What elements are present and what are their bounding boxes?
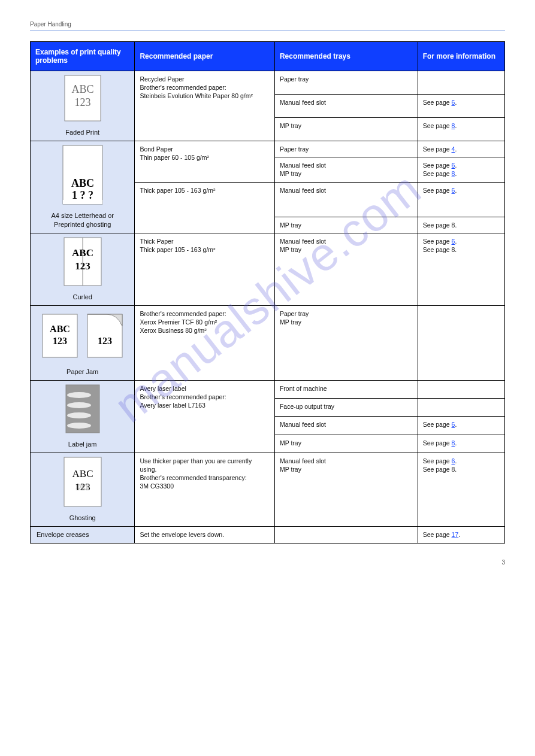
- svg-point-17: [67, 392, 91, 398]
- page-link[interactable]: 6: [452, 99, 455, 106]
- page-link[interactable]: 8: [452, 439, 455, 447]
- svg-text:ABC: ABC: [50, 324, 70, 334]
- svg-text:123: 123: [98, 336, 112, 346]
- table-row: ABC 123 Curled Thick Paper Thick paper 1…: [31, 233, 505, 305]
- page-number: 3: [501, 559, 505, 566]
- label-sheet-icon: [65, 384, 100, 435]
- page-link[interactable]: 8: [452, 170, 455, 177]
- rec-title: Bond Paper: [140, 145, 270, 153]
- page-link[interactable]: 6: [452, 421, 455, 428]
- more-info: See page 6.: [418, 95, 504, 118]
- table-header-row: Examples of print quality problems Recom…: [31, 42, 505, 71]
- rec-cell: Thick paper 105 - 163 g/m²: [135, 182, 275, 233]
- more-info: See page 17.: [418, 526, 504, 543]
- rec-item: Avery laser label L7163: [140, 401, 270, 409]
- rec-cell: Thick Paper Thick paper 105 - 163 g/m²: [135, 233, 275, 305]
- page-link[interactable]: 6: [452, 187, 455, 194]
- page-header: Paper Handling: [30, 21, 505, 30]
- tray-text: Manual feed slot MP tray: [274, 233, 418, 305]
- troubleshoot-table: Examples of print quality problems Recom…: [30, 41, 505, 544]
- problem-label: Paper Jam: [35, 368, 129, 377]
- table-row: Label jam Avery laser label Brother's re…: [31, 380, 505, 398]
- rec-title: Use thicker paper than you are currently…: [140, 457, 270, 473]
- problem-cell-ghost: ABC DEF 123 Ghosting: [31, 453, 135, 526]
- col-problem: Examples of print quality problems: [31, 42, 135, 71]
- rec-title: Thick Paper: [140, 237, 270, 245]
- page-link[interactable]: 17: [452, 531, 459, 538]
- rec-item: Thin paper 60 - 105 g/m²: [140, 153, 270, 162]
- rec-cell: Use thicker paper than you are currently…: [135, 453, 275, 526]
- rec-cell: Bond Paper Thin paper 60 - 105 g/m²: [135, 141, 275, 183]
- table-row: ABC DEF 123 Ghosting Use thicker paper t…: [31, 453, 505, 526]
- rec-item: Xerox Business 80 g/m²: [140, 326, 270, 335]
- tray-text: Front of machine: [274, 380, 418, 398]
- svg-text:1 ? ?: 1 ? ?: [72, 189, 93, 201]
- svg-rect-6: [63, 200, 102, 204]
- rec-cell: Set the envelope levers down.: [135, 526, 275, 543]
- more-info: See page 6.: [418, 182, 504, 217]
- rec-item: 3M CG3300: [140, 482, 270, 490]
- table-row: Envelope creases Set the envelope levers…: [31, 526, 505, 543]
- curled-page-icon: ABC 123: [64, 237, 102, 288]
- table-row: ABC 1 ? ? A4 size Letterhead or Preprint…: [31, 141, 505, 157]
- more-info: See page 6.See page 8.: [418, 157, 504, 182]
- svg-text:ABC: ABC: [72, 247, 93, 259]
- col-more-info: For more information: [418, 42, 504, 71]
- more-info: See page 8.: [418, 435, 504, 453]
- problem-cell-curled: ABC 123 Curled: [31, 233, 135, 305]
- page-link[interactable]: 6: [452, 162, 455, 169]
- more-info: [418, 380, 504, 398]
- more-info: See page 8.: [418, 217, 504, 233]
- rec-sub: Brother's recommended transparency:: [140, 473, 270, 482]
- svg-point-20: [67, 423, 91, 429]
- problem-cell-faded: ABC 123 Faded Print: [31, 71, 135, 141]
- tray-text: MP tray: [274, 118, 418, 141]
- col-recommended-trays: Recommended trays: [274, 42, 418, 71]
- header-rule: [30, 30, 505, 31]
- problem-label: Ghosting: [35, 514, 129, 523]
- more-info: [418, 71, 504, 95]
- rec-item: Steinbeis Evolution White Paper 80 g/m²: [140, 92, 270, 100]
- page-link[interactable]: 6: [452, 457, 455, 464]
- more-info: See page 6.See page 8.: [418, 233, 504, 305]
- header-left: Paper Handling: [30, 21, 71, 28]
- svg-point-18: [67, 402, 91, 408]
- tray-text: Manual feed slot: [274, 95, 418, 118]
- svg-text:123: 123: [53, 336, 67, 346]
- tray-text: Manual feed slot: [274, 182, 418, 217]
- tray-text: Manual feed slot MP tray: [274, 157, 418, 182]
- tray-text: Manual feed slot: [274, 417, 418, 435]
- rec-sub: Brother's recommended paper:: [140, 83, 270, 92]
- problem-label: Curled: [35, 293, 129, 302]
- ghosting-icon: ABC DEF 123: [64, 457, 102, 509]
- rec-sub: Brother's recommended paper:: [140, 393, 270, 401]
- faded-print-icon: ABC 123: [64, 75, 101, 123]
- problem-cell-label: Label jam: [31, 380, 135, 453]
- problem-label: Label jam: [35, 440, 129, 449]
- rec-title: Avery laser label: [140, 384, 270, 393]
- page-footer: 3: [30, 559, 505, 566]
- svg-text:123: 123: [75, 481, 90, 493]
- more-info: See page 8.: [418, 118, 504, 141]
- svg-text:ABC: ABC: [72, 468, 93, 479]
- rec-item: Xerox Premier TCF 80 g/m²: [140, 318, 270, 326]
- tray-text: Face-up output tray: [274, 399, 418, 417]
- page-link[interactable]: 6: [452, 238, 455, 245]
- rec-cell: Avery laser label Brother's recommended …: [135, 380, 275, 453]
- tray-text: MP tray: [274, 435, 418, 453]
- tray-text: Paper tray: [274, 141, 418, 157]
- tray-text: MP tray: [274, 217, 418, 233]
- problem-label: Envelope creases: [37, 530, 129, 539]
- problem-label: A4 size Letterhead or Preprinted ghostin…: [35, 211, 129, 229]
- problem-cell-envelope: Envelope creases: [31, 526, 135, 543]
- rec-cell: Brother's recommended paper: Xerox Premi…: [135, 305, 275, 380]
- problem-label: Faded Print: [35, 128, 129, 137]
- more-info: See page 4.: [418, 141, 504, 157]
- page-link[interactable]: 4: [452, 145, 455, 153]
- tray-text: Paper tray MP tray: [274, 305, 418, 380]
- paper-jam-icon: ABC 123 123: [41, 309, 125, 363]
- svg-point-19: [67, 412, 91, 418]
- rec-item: Thick paper 105 - 163 g/m²: [140, 245, 270, 254]
- page-link[interactable]: 8: [452, 122, 455, 129]
- tray-text: Manual feed slot MP tray: [274, 453, 418, 526]
